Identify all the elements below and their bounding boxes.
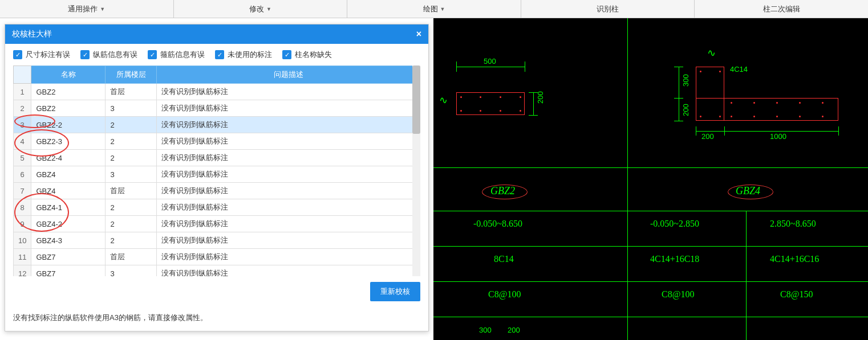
gbz4-rebar-l: 4C14+16C18 bbox=[650, 254, 699, 264]
row-desc: 没有识别到纵筋标注 bbox=[157, 265, 420, 277]
row-name: GBZ2 bbox=[31, 84, 106, 100]
row-index: 1 bbox=[14, 84, 31, 100]
row-floor: 2 bbox=[106, 117, 157, 133]
issues-table: 名称 所属楼层 问题描述 1GBZ2首层没有识别到纵筋标注2GBZ23没有识别到… bbox=[13, 65, 420, 276]
break-symbol: ∿ bbox=[707, 47, 716, 59]
row-index: 5 bbox=[14, 150, 31, 166]
table-row[interactable]: 9GBZ4-22没有识别到纵筋标注 bbox=[14, 216, 420, 232]
dim-200v: 200 bbox=[682, 104, 690, 116]
toolbar-item-general[interactable]: 通用操作▼ bbox=[0, 0, 174, 18]
row-desc: 没有识别到纵筋标注 bbox=[157, 117, 420, 133]
chevron-down-icon: ▼ bbox=[440, 6, 445, 12]
close-icon[interactable]: × bbox=[416, 29, 421, 39]
row-desc: 没有识别到纵筋标注 bbox=[157, 216, 420, 232]
dialog-title: 校核柱大样 bbox=[12, 29, 52, 39]
toolbar-item-identify-column[interactable]: 识别柱 bbox=[521, 0, 695, 18]
row-floor: 3 bbox=[106, 166, 157, 183]
dim-200h: 200 bbox=[701, 132, 714, 141]
row-name: GBZ2 bbox=[31, 100, 106, 117]
row-index: 12 bbox=[14, 265, 31, 277]
top-toolbar: 通用操作▼ 修改▼ 绘图▼ 识别柱 柱二次编辑 bbox=[0, 0, 868, 18]
table-row[interactable]: 11GBZ7首层没有识别到纵筋标注 bbox=[14, 249, 420, 265]
col-header-floor[interactable]: 所属楼层 bbox=[106, 66, 157, 84]
row-floor: 2 bbox=[106, 199, 157, 216]
gbz4-rebar-r: 4C14+16C16 bbox=[770, 254, 819, 264]
row-floor: 首层 bbox=[106, 84, 157, 100]
checkbox-longitudinal-error[interactable]: ✓纵筋信息有误 bbox=[80, 50, 137, 60]
checkbox-icon: ✓ bbox=[148, 50, 157, 59]
row-index: 11 bbox=[14, 249, 31, 265]
verify-column-dialog: 校核柱大样 × ✓尺寸标注有误 ✓纵筋信息有误 ✓箍筋信息有误 ✓未使用的标注 … bbox=[5, 24, 429, 331]
checkbox-unused-annotation[interactable]: ✓未使用的标注 bbox=[215, 50, 272, 60]
row-desc: 没有识别到纵筋标注 bbox=[157, 249, 420, 265]
table-scrollbar[interactable] bbox=[412, 65, 420, 276]
scrollbar-thumb[interactable] bbox=[412, 65, 420, 134]
row-floor: 首层 bbox=[106, 183, 157, 199]
dim-500: 500 bbox=[484, 57, 496, 65]
row-floor: 2 bbox=[106, 133, 157, 150]
dim-200: 200 bbox=[536, 91, 545, 104]
left-pane: 校核柱大样 × ✓尺寸标注有误 ✓纵筋信息有误 ✓箍筋信息有误 ✓未使用的标注 … bbox=[0, 18, 433, 340]
row-name: GBZ2-4 bbox=[31, 150, 106, 166]
row-index: 3 bbox=[14, 117, 31, 133]
issues-table-wrap: 名称 所属楼层 问题描述 1GBZ2首层没有识别到纵筋标注2GBZ23没有识别到… bbox=[5, 65, 428, 276]
table-row[interactable]: 2GBZ23没有识别到纵筋标注 bbox=[14, 100, 420, 117]
toolbar-item-draw[interactable]: 绘图▼ bbox=[347, 0, 521, 18]
checkbox-dimension-error[interactable]: ✓尺寸标注有误 bbox=[13, 50, 70, 60]
row-index: 10 bbox=[14, 232, 31, 249]
table-row[interactable]: 3GBZ2-22没有识别到纵筋标注 bbox=[14, 117, 420, 133]
row-name: GBZ4 bbox=[31, 183, 106, 199]
dim-300: 300 bbox=[479, 326, 492, 334]
table-row[interactable]: 8GBZ4-12没有识别到纵筋标注 bbox=[14, 199, 420, 216]
row-desc: 没有识别到纵筋标注 bbox=[157, 150, 420, 166]
row-floor: 首层 bbox=[106, 249, 157, 265]
table-row[interactable]: 10GBZ4-32没有识别到纵筋标注 bbox=[14, 232, 420, 249]
col-header-index bbox=[14, 66, 31, 84]
chevron-down-icon: ▼ bbox=[266, 6, 271, 12]
table-row[interactable]: 5GBZ2-42没有识别到纵筋标注 bbox=[14, 150, 420, 166]
row-index: 4 bbox=[14, 133, 31, 150]
section-gbz4-horiz bbox=[696, 98, 838, 121]
row-index: 2 bbox=[14, 100, 31, 117]
checkbox-icon: ✓ bbox=[13, 50, 22, 59]
row-floor: 3 bbox=[106, 265, 157, 277]
gbz2-elevation: -0.050~8.650 bbox=[473, 219, 522, 229]
row-desc: 没有识别到纵筋标注 bbox=[157, 232, 420, 249]
table-row[interactable]: 1GBZ2首层没有识别到纵筋标注 bbox=[14, 84, 420, 100]
row-index: 9 bbox=[14, 216, 31, 232]
table-row[interactable]: 12GBZ73没有识别到纵筋标注 bbox=[14, 265, 420, 277]
row-desc: 没有识别到纵筋标注 bbox=[157, 100, 420, 117]
row-name: GBZ4-2 bbox=[31, 216, 106, 232]
gbz2-rebar: 8C14 bbox=[494, 254, 514, 264]
dim-200b: 200 bbox=[508, 326, 520, 334]
checkbox-column-name-missing[interactable]: ✓柱名称缺失 bbox=[282, 50, 332, 60]
row-name: GBZ7 bbox=[31, 265, 106, 277]
label-gbz2: GBZ2 bbox=[490, 185, 515, 197]
row-floor: 2 bbox=[106, 216, 157, 232]
gbz4-stirrup-l: C8@100 bbox=[662, 289, 694, 300]
dim-300v: 300 bbox=[682, 74, 690, 87]
table-row[interactable]: 7GBZ4首层没有识别到纵筋标注 bbox=[14, 183, 420, 199]
gbz2-stirrup: C8@100 bbox=[488, 289, 521, 300]
break-symbol: ∿ bbox=[439, 94, 448, 106]
toolbar-item-modify[interactable]: 修改▼ bbox=[174, 0, 348, 18]
dialog-note: 没有找到标注的纵筋软件使用A3的钢筋，请直接修改属性。 bbox=[5, 307, 428, 331]
cad-viewport[interactable]: 500 ∿ 200 GBZ2 -0.050~8.650 8C14 C8@100 … bbox=[433, 18, 868, 340]
row-index: 8 bbox=[14, 199, 31, 216]
row-desc: 没有识别到纵筋标注 bbox=[157, 166, 420, 183]
checkbox-icon: ✓ bbox=[215, 50, 224, 59]
table-row[interactable]: 4GBZ2-32没有识别到纵筋标注 bbox=[14, 133, 420, 150]
row-desc: 没有识别到纵筋标注 bbox=[157, 84, 420, 100]
recheck-button[interactable]: 重新校核 bbox=[370, 282, 420, 301]
chevron-down-icon: ▼ bbox=[100, 6, 105, 12]
checkbox-stirrup-error[interactable]: ✓箍筋信息有误 bbox=[148, 50, 205, 60]
label-gbz4: GBZ4 bbox=[736, 185, 760, 197]
row-name: GBZ4-1 bbox=[31, 199, 106, 216]
col-header-name[interactable]: 名称 bbox=[31, 66, 106, 84]
section-gbz2 bbox=[456, 92, 525, 115]
table-row[interactable]: 6GBZ43没有识别到纵筋标注 bbox=[14, 166, 420, 183]
row-name: GBZ2-2 bbox=[31, 117, 106, 133]
col-header-desc[interactable]: 问题描述 bbox=[157, 66, 420, 84]
toolbar-item-column-secondary-edit[interactable]: 柱二次编辑 bbox=[695, 0, 868, 18]
row-floor: 2 bbox=[106, 232, 157, 249]
